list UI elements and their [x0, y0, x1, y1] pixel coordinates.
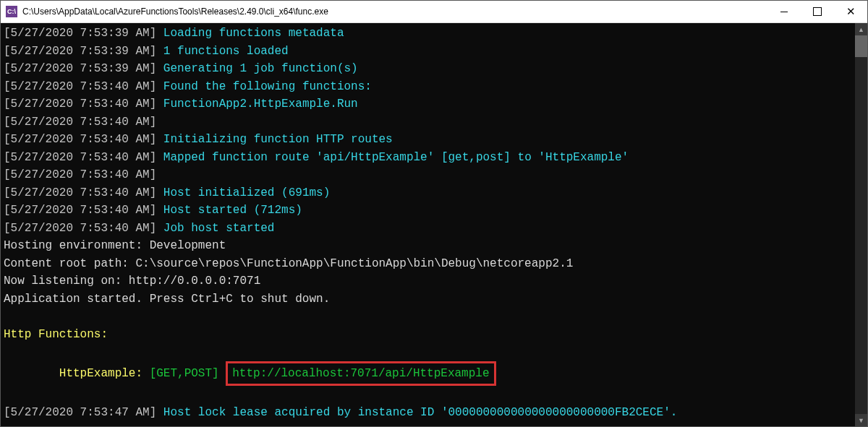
log-message: Host started (712ms) [163, 204, 302, 217]
log-timestamp: [5/27/2020 7:53:40 AM] [4, 204, 163, 217]
http-function-row: HttpExample: [GET,POST] http://localhost… [4, 361, 852, 387]
log-timestamp: [5/27/2020 7:53:39 AM] [4, 62, 163, 75]
scrollbar-track[interactable] [855, 35, 867, 414]
log-timestamp: [5/27/2020 7:53:40 AM] [4, 186, 163, 199]
listening-line: Now listening on: http://0.0.0.0:7071 [4, 272, 852, 290]
blank-line [4, 308, 852, 326]
vertical-scrollbar[interactable]: ▲ ▼ [855, 23, 867, 426]
final-log-line: [5/27/2020 7:53:47 AM] Host lock lease a… [4, 404, 852, 422]
appstart-line: Application started. Press Ctrl+C to shu… [4, 290, 852, 309]
log-message: Mapped function route 'api/HttpExample' … [163, 151, 629, 164]
window-title: C:\Users\AppData\Local\AzureFunctionsToo… [22, 7, 767, 17]
log-line: [5/27/2020 7:53:40 AM] Job host started [4, 220, 852, 238]
log-line: [5/27/2020 7:53:40 AM] FunctionApp2.Http… [4, 95, 852, 113]
log-message: 1 functions loaded [163, 45, 289, 58]
maximize-icon [813, 7, 822, 16]
app-icon: C:\ [6, 6, 17, 17]
close-icon: ✕ [846, 5, 856, 18]
func-name: HttpExample: [59, 367, 150, 380]
window-controls: ✕ [767, 1, 867, 22]
log-line: [5/27/2020 7:53:39 AM] Generating 1 job … [4, 60, 852, 78]
log-line: [5/27/2020 7:53:40 AM] Found the followi… [4, 78, 852, 96]
console-window: C:\ C:\Users\AppData\Local\AzureFunction… [0, 0, 868, 427]
log-line: [5/27/2020 7:53:40 AM] Mapped function r… [4, 149, 852, 167]
log-line: [5/27/2020 7:53:39 AM] Loading functions… [4, 25, 852, 43]
log-timestamp: [5/27/2020 7:53:47 AM] [4, 406, 163, 419]
url-highlight: http://localhost:7071/api/HttpExample [226, 361, 495, 387]
log-message: Found the following functions: [163, 80, 372, 93]
blank-line [4, 386, 852, 404]
log-line: [5/27/2020 7:53:40 AM] [4, 113, 852, 131]
minimize-button[interactable] [767, 1, 801, 22]
root-path-line: Content root path: C:\source\repos\Funct… [4, 255, 852, 273]
log-timestamp: [5/27/2020 7:53:40 AM] [4, 151, 163, 164]
log-timestamp: [5/27/2020 7:53:40 AM] [4, 80, 163, 93]
log-timestamp: [5/27/2020 7:53:40 AM] [4, 116, 163, 129]
log-timestamp: [5/27/2020 7:53:40 AM] [4, 133, 163, 146]
minimize-icon [780, 12, 788, 12]
log-line: [5/27/2020 7:53:40 AM] Host initialized … [4, 184, 852, 202]
log-message: Job host started [163, 222, 275, 235]
log-message: Host lock lease acquired by instance ID … [163, 406, 678, 419]
scrollbar-thumb[interactable] [855, 35, 867, 57]
func-methods: [GET,POST] [150, 367, 226, 380]
func-url[interactable]: http://localhost:7071/api/HttpExample [232, 367, 489, 380]
log-message: Generating 1 job function(s) [163, 62, 358, 75]
log-timestamp: [5/27/2020 7:53:40 AM] [4, 98, 163, 111]
log-message: FunctionApp2.HttpExample.Run [163, 98, 358, 111]
http-functions-header: Http Functions: [4, 326, 852, 344]
log-message: Loading functions metadata [163, 27, 344, 40]
console-output[interactable]: [5/27/2020 7:53:39 AM] Loading functions… [1, 23, 855, 426]
console-wrapper: [5/27/2020 7:53:39 AM] Loading functions… [1, 23, 867, 426]
log-line: [5/27/2020 7:53:39 AM] 1 functions loade… [4, 43, 852, 61]
log-timestamp: [5/27/2020 7:53:40 AM] [4, 168, 163, 181]
scroll-down-arrow-icon[interactable]: ▼ [855, 414, 867, 426]
log-timestamp: [5/27/2020 7:53:40 AM] [4, 222, 163, 235]
scroll-up-arrow-icon[interactable]: ▲ [855, 23, 867, 35]
hosting-line: Hosting environment: Development [4, 237, 852, 255]
close-button[interactable]: ✕ [834, 1, 867, 22]
blank-line [4, 343, 852, 361]
func-indent [4, 367, 59, 380]
titlebar[interactable]: C:\ C:\Users\AppData\Local\AzureFunction… [1, 1, 867, 23]
log-message: Initializing function HTTP routes [163, 133, 393, 146]
log-line: [5/27/2020 7:53:40 AM] Host started (712… [4, 202, 852, 220]
log-line: [5/27/2020 7:53:40 AM] [4, 166, 852, 184]
log-line: [5/27/2020 7:53:40 AM] Initializing func… [4, 131, 852, 149]
maximize-button[interactable] [801, 1, 834, 22]
log-message: Host initialized (691ms) [163, 186, 330, 199]
log-timestamp: [5/27/2020 7:53:39 AM] [4, 45, 163, 58]
log-timestamp: [5/27/2020 7:53:39 AM] [4, 27, 163, 40]
